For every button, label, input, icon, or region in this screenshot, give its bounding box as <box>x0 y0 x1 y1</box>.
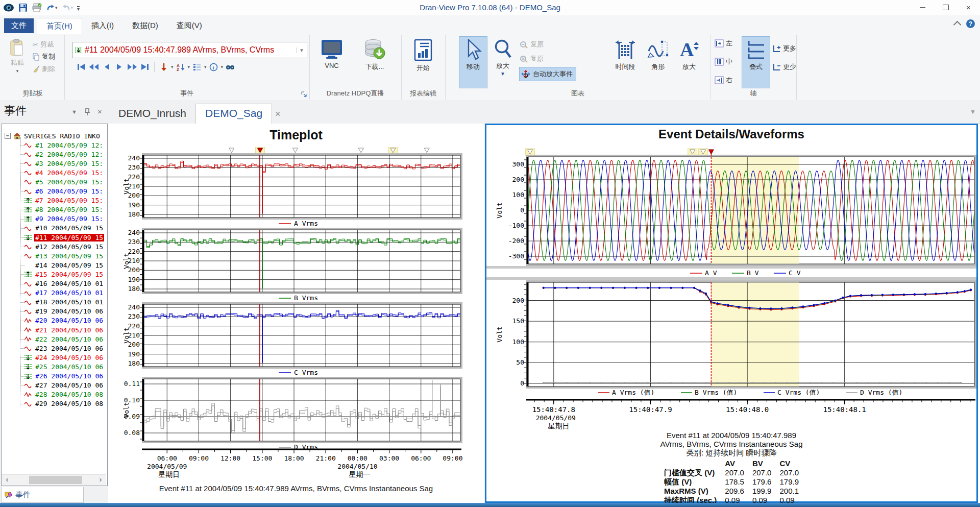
pin-icon[interactable] <box>84 108 90 115</box>
angle-button[interactable]: 角形 <box>644 37 672 88</box>
move-button[interactable]: 移动 <box>459 37 487 88</box>
svg-text:15:40:48.1: 15:40:48.1 <box>823 405 866 414</box>
sort-descending-button[interactable] <box>158 61 169 73</box>
download-button[interactable]: 下载... <box>354 37 395 88</box>
sort-descending-dropdown-icon[interactable]: ▾ <box>171 65 174 69</box>
menu-tab-3[interactable]: 数据(D) <box>123 18 167 34</box>
event-tree-item-9[interactable]: #9 2004/05/09 15: <box>24 214 108 224</box>
vnc-button[interactable]: VNC <box>313 37 350 88</box>
info-dropdown-icon[interactable]: ▾ <box>221 65 224 69</box>
magnifier-icon <box>494 39 512 59</box>
event-tree-item-25[interactable]: #25 2004/05/10 06 <box>24 362 108 371</box>
next-event-button[interactable] <box>114 61 125 73</box>
event-tree-item-27[interactable]: #27 2004/05/10 06 <box>24 381 108 390</box>
event-tree-item-1[interactable]: #1 2004/05/09 12: <box>24 140 108 150</box>
tab-overflow-dropdown-icon[interactable]: ▼ <box>970 108 976 115</box>
event-tree-item-18[interactable]: #18 2004/05/10 01 <box>24 298 108 307</box>
axis-left-button[interactable]: 左 <box>715 38 732 49</box>
event-list-button[interactable] <box>191 61 203 73</box>
timeplot-pane[interactable]: Timeplot 240230220210200190180VoltA Vrms… <box>108 124 484 503</box>
zoom-button[interactable]: 放大▼ <box>490 37 516 96</box>
tree-root-node[interactable]: SVERIGES RADIO INKO <box>5 131 108 140</box>
event-selector-dropdown-icon[interactable]: ▼ <box>296 47 307 53</box>
event-tree-item-6[interactable]: #6 2004/05/09 15: <box>24 187 108 196</box>
event-tree-item-22[interactable]: #22 2004/05/10 06 <box>24 334 108 344</box>
events-panel-close-icon[interactable]: × <box>97 107 102 116</box>
event-details-pane[interactable]: Event Details/Waveforms 3002001000-100-2… <box>485 124 978 503</box>
waveforms-canvas[interactable]: 3002001000-100-200-300VoltA VB VC V20015… <box>486 143 976 431</box>
axis-stacked-button[interactable]: 叠式 <box>742 37 770 88</box>
event-tree-item-11[interactable]: #11 2004/05/09 15 <box>24 233 108 242</box>
menu-tab-1[interactable]: 首页(H) <box>37 18 82 34</box>
doc-tab-DEMO_Sag[interactable]: DEMO_Sag <box>195 104 272 124</box>
event-tree-item-10[interactable]: #10 2004/05/09 15 <box>24 224 108 233</box>
event-tree-item-3[interactable]: #3 2004/05/09 15: <box>24 159 108 168</box>
event-tree-item-12[interactable]: #12 2004/05/09 15 <box>24 242 108 251</box>
event-tree-item-14[interactable]: #14 2004/05/09 15 <box>24 260 108 270</box>
event-tree-item-21[interactable]: #21 2004/05/10 06 <box>24 325 108 334</box>
tree-collapse-icon[interactable] <box>5 133 11 139</box>
doc-tab-close-icon[interactable]: × <box>272 109 286 124</box>
file-tab[interactable]: 文件 <box>4 18 34 33</box>
minimize-button[interactable] <box>911 0 934 15</box>
rewind-events-button[interactable] <box>88 61 100 73</box>
time-range-button[interactable]: ` 时间段 <box>609 37 641 88</box>
events-bottom-tab[interactable]: 事件 <box>1 487 84 503</box>
maximize-button[interactable] <box>934 0 957 15</box>
event-details-line2: AVrms, BVrms, CVrms Instantaneous Sag <box>486 440 976 448</box>
event-tree-item-19[interactable]: #19 2004/05/10 06 <box>24 307 108 316</box>
axis-right-button[interactable]: 右 <box>715 75 732 86</box>
close-button[interactable]: × <box>957 0 980 15</box>
horizontal-scrollbar[interactable]: ‹ › <box>2 474 106 486</box>
collapse-ribbon-icon[interactable] <box>953 21 962 29</box>
event-tree-item-28[interactable]: #28 2004/05/10 08 <box>24 390 108 399</box>
auto-zoom-event-button[interactable]: 自动放大事件 <box>520 67 576 81</box>
axis-more-button[interactable]: 更多 <box>773 43 796 54</box>
event-tree[interactable]: SVERIGES RADIO INKO#1 2004/05/09 12:#2 2… <box>1 124 108 486</box>
axis-center-button[interactable]: 中 <box>715 56 732 67</box>
event-list-dropdown-icon[interactable]: ▾ <box>204 65 207 69</box>
event-tree-item-23[interactable]: #23 2004/05/10 06 <box>24 344 108 353</box>
sort-az-dropdown-icon[interactable]: ▾ <box>188 65 190 69</box>
event-selector[interactable]: #11 2004/05/09 15:40:47.989 AVrms, BVrms… <box>72 42 307 58</box>
event-tree-item-15[interactable]: #15 2004/05/09 15 <box>24 270 108 279</box>
event-tree-item-26[interactable]: #26 2004/05/10 06 <box>24 372 108 381</box>
details-value: 179.9 <box>775 477 803 487</box>
last-event-button[interactable] <box>139 61 151 73</box>
previous-event-button[interactable] <box>101 61 112 73</box>
help-icon[interactable]: ? <box>966 19 975 28</box>
first-event-button[interactable] <box>76 61 87 73</box>
info-button[interactable]: i <box>208 61 219 73</box>
event-tree-item-4[interactable]: #4 2004/05/09 15: <box>24 168 108 177</box>
find-button[interactable] <box>225 61 236 73</box>
menu-tab-2[interactable]: 插入(I) <box>82 18 123 34</box>
report-start-button[interactable]: 开始 <box>405 37 441 88</box>
event-tree-item-8[interactable]: #8 2004/05/09 15: <box>24 205 108 214</box>
event-tree-item-2[interactable]: #2 2004/05/09 12: <box>24 150 108 159</box>
event-tree-item-24[interactable]: #24 2004/05/10 06 <box>24 353 108 362</box>
event-tree-item-5[interactable]: #5 2004/05/09 15: <box>24 177 108 186</box>
forward-events-button[interactable] <box>127 61 138 73</box>
event-tree-item-20[interactable]: #20 2004/05/10 06 <box>24 316 108 325</box>
event-tree-item-13[interactable]: #13 2004/05/09 15 <box>24 251 108 260</box>
details-value: 179.6 <box>748 477 776 487</box>
event-tree-item-16[interactable]: #16 2004/05/10 01 <box>24 279 108 288</box>
timeplot-canvas[interactable]: 240230220210200190180VoltA Vrms240230220… <box>108 147 484 482</box>
event-tree-item-29[interactable]: #29 2004/05/10 08 <box>24 399 108 408</box>
scroll-right-arrow[interactable]: › <box>96 475 105 484</box>
wave-event-icon <box>24 151 32 158</box>
event-tree-item-7[interactable]: #7 2004/05/09 15: <box>24 196 108 205</box>
event-tree-item-17[interactable]: #17 2004/05/10 01 <box>24 288 108 298</box>
font-zoom-button[interactable]: A 放大 <box>674 37 704 88</box>
sort-az-button[interactable]: AZ <box>175 61 186 73</box>
event-group-dialog-launcher-icon[interactable] <box>301 91 308 98</box>
scrollbar-thumb[interactable] <box>29 476 82 484</box>
axis-less-button[interactable]: 更少 <box>773 61 796 73</box>
copy-button[interactable]: 复制 <box>33 51 55 62</box>
menu-tab-4[interactable]: 查阅(V) <box>167 18 211 34</box>
scroll-left-arrow[interactable]: ‹ <box>3 475 12 484</box>
events-panel-dropdown-icon[interactable]: ▼ <box>71 109 77 115</box>
doc-tab-DEMO_Inrush[interactable]: DEMO_Inrush <box>109 104 195 124</box>
svg-text:240: 240 <box>128 229 140 236</box>
tree-root-label: SVERIGES RADIO INKO <box>23 132 101 140</box>
